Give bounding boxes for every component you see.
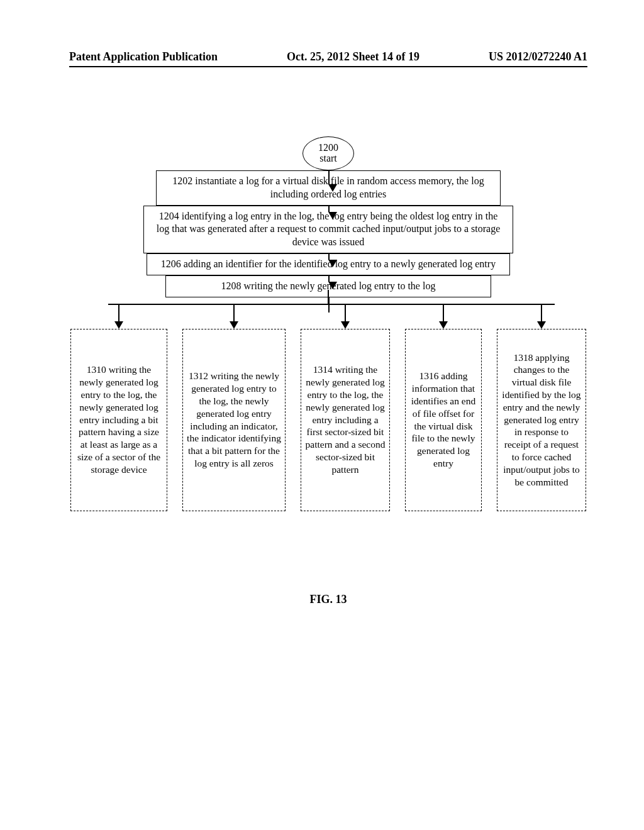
branch-container: 1310 writing the newly generated log ent… — [70, 297, 586, 511]
header-left: Patent Application Publication — [69, 50, 218, 64]
arrowhead-icon — [341, 321, 350, 329]
stub-connector — [328, 290, 329, 305]
start-label: start — [319, 153, 337, 164]
step-1314: 1314 writing the newly generated log ent… — [301, 329, 390, 511]
header-right: US 2012/0272240 A1 — [489, 50, 587, 64]
figure-label: FIG. 13 — [69, 593, 587, 606]
flowchart: 1200 start 1202 instantiate a log for a … — [124, 136, 533, 511]
arrowhead-icon — [230, 321, 238, 329]
step-1318: 1318 applying changes to the virtual dis… — [497, 329, 586, 511]
step-1316: 1316 adding information that identifies … — [405, 329, 482, 511]
page-header: Patent Application Publication Oct. 25, … — [69, 50, 587, 67]
start-num: 1200 — [318, 143, 338, 153]
step-1312: 1312 writing the newly generated log ent… — [182, 329, 286, 511]
branch-col-1310: 1310 writing the newly generated log ent… — [70, 304, 167, 511]
arrowhead-icon — [439, 321, 448, 329]
header-mid: Oct. 25, 2012 Sheet 14 of 19 — [287, 50, 419, 64]
branch-col-1312: 1312 writing the newly generated log ent… — [182, 304, 286, 511]
step-1310: 1310 writing the newly generated log ent… — [70, 329, 167, 511]
arrowhead-icon — [114, 321, 123, 329]
branch-col-1316: 1316 adding information that identifies … — [405, 304, 482, 511]
arrowhead-icon — [537, 321, 546, 329]
branch-col-1318: 1318 applying changes to the virtual dis… — [497, 304, 586, 511]
branch-col-1314: 1314 writing the newly generated log ent… — [301, 304, 390, 511]
start-node: 1200 start — [303, 136, 354, 170]
